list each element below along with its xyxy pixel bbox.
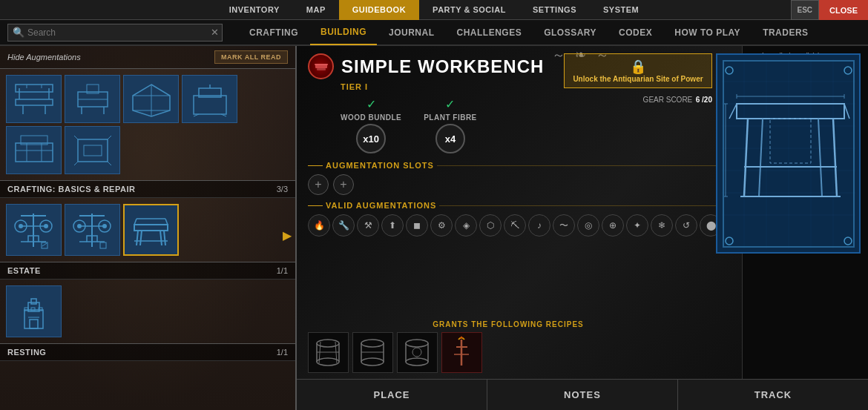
- unlock-text: Unlock the Antiquarian Site of Power: [572, 75, 704, 83]
- blueprint-icon-1: [12, 81, 56, 118]
- esc-close-area: ESC CLOSE: [791, 0, 868, 20]
- aug-icon-4[interactable]: ⬆: [381, 214, 404, 237]
- blueprint-icon-5: [12, 132, 56, 169]
- svg-point-79: [317, 358, 339, 366]
- blueprint-item-1[interactable]: [6, 75, 62, 123]
- blueprint-item-2[interactable]: [65, 75, 120, 123]
- svg-line-29: [74, 136, 78, 139]
- grants-header: GRANTS THE FOLLOWING RECIPES: [308, 320, 708, 328]
- recipe-icon-4[interactable]: [441, 332, 482, 373]
- aug-icon-1[interactable]: 🔥: [308, 214, 330, 237]
- mark-all-read-button[interactable]: MARK ALL READ: [214, 50, 288, 64]
- svg-rect-22: [16, 143, 53, 162]
- place-button[interactable]: PLACE: [297, 380, 487, 410]
- hide-augmentations-label: Hide Augmentations: [7, 53, 81, 62]
- crafting-item-2[interactable]: [65, 204, 120, 256]
- nav-tab-guidebook[interactable]: GUIDEBOOK: [339, 0, 419, 20]
- aug-icon-11[interactable]: 〜: [553, 214, 575, 237]
- aug-slot-1[interactable]: +: [308, 174, 329, 195]
- recipe-svg-4: [445, 336, 479, 369]
- crafting-item-3-selected[interactable]: [123, 204, 179, 256]
- close-button[interactable]: CLOSE: [819, 0, 868, 20]
- svg-line-44: [42, 243, 47, 246]
- sub-nav-challenges[interactable]: CHALLENGES: [447, 19, 533, 45]
- nav-tab-settings[interactable]: SETTINGS: [519, 0, 590, 20]
- aug-icon-8[interactable]: ⬡: [479, 214, 502, 237]
- crafting-item-1[interactable]: [6, 204, 62, 256]
- svg-rect-27: [78, 139, 108, 162]
- svg-rect-3: [16, 85, 53, 92]
- svg-line-32: [108, 162, 111, 165]
- sub-nav-traders[interactable]: TRADERS: [752, 19, 819, 45]
- aug-icon-6[interactable]: ⚙: [430, 214, 453, 237]
- crafting-basics-header: CRAFTING: BASICS & REPAIR 3/3: [0, 180, 295, 198]
- workbench-blueprint-svg: [722, 59, 855, 248]
- search-input[interactable]: [27, 27, 206, 38]
- aug-icon-3[interactable]: ⚒: [357, 214, 379, 237]
- blueprint-icon-3: [129, 81, 174, 118]
- augmentations-bar: Hide Augmentations MARK ALL READ: [0, 46, 295, 69]
- track-button[interactable]: TRACK: [678, 380, 868, 410]
- recipe-icon-2[interactable]: [352, 332, 393, 373]
- aug-icon-9[interactable]: ⛏: [504, 214, 526, 237]
- estate-items-container: [0, 280, 295, 343]
- blueprint-icon-4: [188, 81, 232, 118]
- blueprint-item-6[interactable]: [65, 126, 120, 174]
- aug-slot-2[interactable]: +: [333, 174, 354, 195]
- recipe-icon-1[interactable]: [308, 332, 349, 373]
- sub-navigation: 🔍 ✕ CRAFTING BUILDING JOURNAL CHALLENGES…: [0, 20, 868, 46]
- nav-tab-map[interactable]: MAP: [293, 0, 339, 20]
- item-title: SIMPLE WORKBENCH: [341, 56, 544, 77]
- aug-icon-14[interactable]: ✦: [626, 214, 648, 237]
- resting-title: RESTING: [7, 348, 46, 357]
- crafting-icon-3: [131, 210, 171, 251]
- aug-icon-10[interactable]: ♪: [528, 214, 550, 237]
- svg-point-88: [406, 340, 428, 347]
- clear-search-button[interactable]: ✕: [211, 27, 219, 38]
- sub-nav-how-to-play[interactable]: HOW TO PLAY: [664, 19, 751, 45]
- aug-icon-2[interactable]: 🔧: [332, 214, 355, 237]
- resting-count: 1/1: [277, 348, 288, 357]
- blueprint-item-5[interactable]: [6, 126, 62, 174]
- blueprint-item-4[interactable]: [182, 75, 237, 123]
- aug-icon-5[interactable]: ◼: [406, 214, 428, 237]
- aug-icon-16[interactable]: ↺: [675, 214, 697, 237]
- nav-tab-party-social[interactable]: PARTY & SOCIAL: [419, 0, 519, 20]
- svg-rect-55: [100, 242, 106, 248]
- crafting-items-container: [0, 198, 295, 262]
- gear-score-area: 🔒 Unlock the Antiquarian Site of Power G…: [564, 53, 712, 105]
- svg-rect-68: [30, 320, 38, 328]
- sub-nav-codex[interactable]: CODEX: [608, 19, 662, 45]
- svg-point-92: [412, 348, 421, 357]
- ingredient-1-circle: x10: [356, 124, 386, 153]
- recipe-icon-3[interactable]: [397, 332, 438, 373]
- sub-nav-crafting[interactable]: CRAFTING: [239, 19, 309, 45]
- svg-line-58: [164, 231, 165, 245]
- sub-nav-glossary[interactable]: GLOSSARY: [533, 19, 607, 45]
- sub-nav-journal[interactable]: JOURNAL: [378, 19, 445, 45]
- aug-icon-15[interactable]: ❄: [651, 214, 673, 237]
- estate-title: ESTATE: [7, 266, 41, 275]
- aug-icon-13[interactable]: ⊕: [602, 214, 624, 237]
- crafting-basics-count: 3/3: [277, 185, 288, 194]
- search-icon: 🔍: [13, 27, 24, 38]
- recipe-svg-3: [401, 336, 434, 369]
- detail-content: SIMPLE WORKBENCH TIER I ✓ WOOD BUNDLE x1…: [297, 46, 868, 410]
- svg-line-30: [108, 136, 111, 139]
- crafting-icon-1: [13, 210, 54, 251]
- nav-tab-system[interactable]: SYSTEM: [590, 0, 652, 20]
- aug-icon-12[interactable]: ◎: [577, 214, 599, 237]
- notes-button[interactable]: NOTES: [487, 380, 678, 410]
- right-panel: ～ ❧ ～ SIMPLE WORKBENCH TIER I: [297, 46, 868, 410]
- esc-button[interactable]: ESC: [791, 0, 820, 20]
- nav-tab-inventory[interactable]: INVENTORY: [216, 0, 293, 20]
- svg-line-60: [160, 231, 162, 245]
- blueprint-icon-2: [70, 81, 115, 118]
- aug-icon-7[interactable]: ◈: [455, 214, 477, 237]
- estate-item-1[interactable]: [6, 285, 62, 337]
- svg-point-83: [361, 340, 384, 347]
- action-buttons: PLACE NOTES TRACK: [297, 379, 868, 410]
- svg-rect-17: [194, 96, 226, 114]
- sub-nav-building[interactable]: BUILDING: [310, 19, 377, 45]
- blueprint-item-3[interactable]: [123, 75, 179, 123]
